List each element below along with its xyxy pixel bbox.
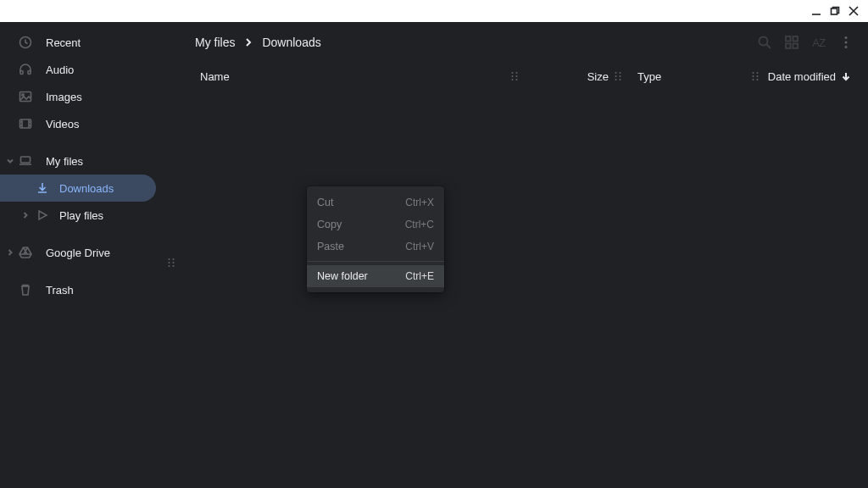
context-separator xyxy=(307,261,444,262)
context-shortcut: Ctrl+E xyxy=(405,270,434,282)
svg-point-11 xyxy=(173,262,175,263)
column-size[interactable]: Size xyxy=(524,70,609,83)
chevron-down-icon xyxy=(3,157,17,165)
sidebar-item-playfiles[interactable]: Play files xyxy=(0,202,176,229)
sidebar-item-images[interactable]: Images xyxy=(0,83,176,110)
chevron-right-icon xyxy=(243,37,253,47)
column-label: Type xyxy=(637,70,661,83)
chevron-right-icon xyxy=(19,211,32,219)
trash-icon xyxy=(17,281,34,298)
sidebar-label: Videos xyxy=(46,118,80,130)
breadcrumb-root[interactable]: My files xyxy=(195,36,235,49)
svg-point-13 xyxy=(173,265,175,267)
svg-point-31 xyxy=(620,75,621,77)
column-label: Date modified xyxy=(768,70,836,83)
column-name[interactable]: Name xyxy=(200,70,505,83)
play-icon xyxy=(34,207,51,224)
svg-rect-2 xyxy=(20,71,23,75)
context-menu: Cut Ctrl+X Copy Ctrl+C Paste Ctrl+V New … xyxy=(307,186,444,292)
context-item-new-folder[interactable]: New folder Ctrl+E xyxy=(307,265,444,287)
context-label: Cut xyxy=(317,197,333,208)
svg-point-8 xyxy=(169,258,170,260)
image-icon xyxy=(17,88,34,105)
main-panel: My files Downloads AZ xyxy=(176,22,868,488)
svg-point-33 xyxy=(620,79,621,80)
breadcrumb-current[interactable]: Downloads xyxy=(262,36,320,49)
column-date[interactable]: Date modified xyxy=(737,70,851,83)
svg-point-10 xyxy=(169,262,170,263)
sidebar-item-myfiles[interactable]: My files xyxy=(0,147,176,175)
sidebar-item-google-drive[interactable]: Google Drive xyxy=(0,239,176,266)
svg-point-28 xyxy=(615,72,617,74)
sidebar-label: Google Drive xyxy=(46,247,110,259)
sidebar-item-videos[interactable]: Videos xyxy=(0,110,176,137)
column-type[interactable]: Type xyxy=(627,70,737,83)
sidebar-label: Audio xyxy=(46,64,74,76)
svg-rect-0 xyxy=(832,8,837,14)
minimize-button[interactable] xyxy=(807,2,826,20)
column-headers: Name Size Type Date mod xyxy=(176,63,868,90)
context-shortcut: Ctrl+V xyxy=(405,241,434,252)
context-shortcut: Ctrl+C xyxy=(405,219,434,230)
sidebar-resize-handle[interactable] xyxy=(166,256,176,271)
svg-point-25 xyxy=(516,75,518,77)
svg-rect-18 xyxy=(793,44,798,49)
svg-point-32 xyxy=(615,79,617,80)
close-button[interactable] xyxy=(844,2,863,20)
sidebar-label: Recent xyxy=(46,36,81,49)
more-options-button[interactable] xyxy=(832,29,860,56)
context-item-cut[interactable]: Cut Ctrl+X xyxy=(307,191,444,214)
arrow-down-icon xyxy=(841,71,851,81)
context-item-paste[interactable]: Paste Ctrl+V xyxy=(307,236,444,258)
sidebar-item-audio[interactable]: Audio xyxy=(0,56,176,83)
svg-point-9 xyxy=(173,258,175,260)
search-button[interactable] xyxy=(751,29,778,56)
context-item-copy[interactable]: Copy Ctrl+C xyxy=(307,214,444,236)
svg-point-38 xyxy=(752,79,754,80)
svg-point-23 xyxy=(516,72,518,74)
sidebar-label: Downloads xyxy=(59,182,114,195)
svg-point-34 xyxy=(752,72,754,74)
svg-point-14 xyxy=(760,37,768,46)
svg-rect-3 xyxy=(28,71,31,75)
svg-point-35 xyxy=(756,72,758,74)
main-header: My files Downloads AZ xyxy=(176,22,868,63)
svg-point-26 xyxy=(512,79,514,80)
column-grip-icon[interactable] xyxy=(751,71,760,81)
sidebar-item-recent[interactable]: Recent xyxy=(0,29,176,56)
column-grip-icon[interactable] xyxy=(510,71,519,81)
sort-button[interactable]: AZ xyxy=(805,29,832,56)
laptop-icon xyxy=(17,152,34,169)
file-list-area[interactable] xyxy=(176,90,868,488)
svg-point-12 xyxy=(169,265,170,267)
svg-rect-16 xyxy=(793,36,798,42)
sidebar-label: Images xyxy=(46,91,82,103)
sidebar-item-trash[interactable]: Trash xyxy=(0,276,176,303)
context-shortcut: Ctrl+X xyxy=(405,197,434,208)
svg-point-39 xyxy=(756,79,758,80)
sort-label: AZ xyxy=(812,36,826,49)
headphones-icon xyxy=(17,61,34,78)
svg-rect-17 xyxy=(786,44,791,49)
titlebar xyxy=(0,0,868,22)
svg-point-24 xyxy=(512,75,514,77)
sidebar-item-downloads[interactable]: Downloads xyxy=(0,175,156,202)
column-label: Name xyxy=(200,70,230,83)
svg-point-37 xyxy=(756,75,758,77)
svg-point-19 xyxy=(845,36,848,39)
column-label: Size xyxy=(587,70,609,83)
drive-icon xyxy=(17,244,34,261)
column-grip-icon[interactable] xyxy=(614,71,622,81)
download-icon xyxy=(34,180,51,197)
svg-point-22 xyxy=(512,72,514,74)
sidebar-label: Trash xyxy=(46,284,74,297)
clock-icon xyxy=(17,34,34,51)
maximize-button[interactable] xyxy=(826,2,844,20)
svg-point-27 xyxy=(516,79,518,80)
svg-point-29 xyxy=(620,72,621,74)
svg-rect-7 xyxy=(21,157,31,163)
sidebar-label: Play files xyxy=(59,209,103,222)
view-toggle-button[interactable] xyxy=(778,29,805,56)
svg-point-21 xyxy=(845,46,848,48)
svg-point-5 xyxy=(22,94,24,96)
